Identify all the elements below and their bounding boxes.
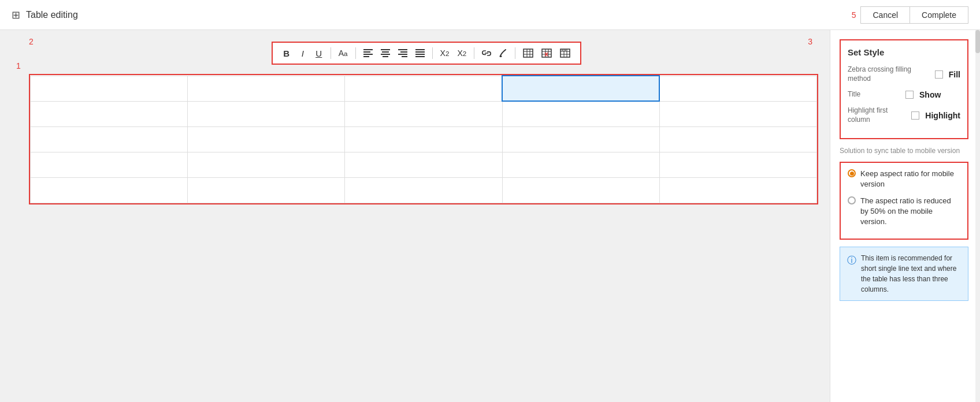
svg-rect-3 [363, 56, 369, 57]
table-cell[interactable] [31, 101, 188, 126]
right-sidebar: Set Style Zebra crossing filling method … [830, 30, 980, 402]
link-button[interactable] [479, 46, 494, 60]
mobile-section: 4 Keep aspect ratio for mobile version T… [840, 162, 968, 240]
table-row [31, 177, 817, 203]
svg-point-36 [565, 50, 566, 51]
align-center-button[interactable] [378, 46, 393, 60]
svg-rect-5 [382, 51, 389, 53]
title-label: Title [848, 90, 900, 99]
radio-reduce-aspect[interactable] [848, 196, 856, 204]
badge-1: 1 [16, 61, 21, 70]
table-cell[interactable] [188, 76, 345, 101]
table-cell[interactable] [31, 152, 188, 177]
radio-option-1: Keep aspect ratio for mobile version [848, 169, 960, 189]
align-justify-icon [415, 49, 425, 57]
table-cell[interactable] [188, 177, 345, 203]
table-cell[interactable] [188, 152, 345, 177]
table-cell[interactable] [345, 152, 502, 177]
complete-button[interactable]: Complete [910, 6, 968, 24]
svg-rect-9 [400, 51, 407, 53]
svg-rect-1 [363, 51, 370, 53]
radio-option-2: The aspect ratio is reduced by 50% on th… [848, 196, 960, 228]
title-row: Title Show [848, 90, 960, 99]
info-icon: ⓘ [847, 254, 856, 295]
table-cell[interactable] [345, 177, 502, 203]
table-delete-icon [541, 49, 552, 58]
svg-rect-7 [383, 56, 388, 57]
table-insert-button[interactable] [520, 46, 536, 60]
mobile-option1-label: Keep aspect ratio for mobile version [860, 169, 960, 189]
cancel-button[interactable]: Cancel [860, 6, 910, 24]
align-left-button[interactable] [361, 46, 376, 60]
edit-table[interactable] [30, 75, 817, 203]
table-cell[interactable] [345, 76, 502, 101]
svg-rect-2 [363, 54, 373, 55]
badge-5: 5 [852, 10, 856, 20]
table-row [31, 152, 817, 177]
table-cell[interactable] [659, 76, 816, 101]
subscript-button[interactable]: X2 [437, 46, 452, 60]
underline-button[interactable]: U [312, 46, 326, 60]
info-text: This item is recommended for short singl… [861, 253, 961, 295]
set-style-section: Set Style Zebra crossing filling method … [840, 39, 968, 139]
header-left: ⊞ Table editing [12, 9, 78, 21]
svg-point-17 [500, 55, 502, 57]
main-layout: 2 3 B I U Aa [0, 30, 980, 402]
table-container [29, 74, 818, 204]
svg-rect-13 [415, 51, 425, 53]
superscript-button[interactable]: X2 [454, 46, 469, 60]
sep2 [355, 47, 356, 59]
align-justify-button[interactable] [413, 46, 428, 60]
highlight-checkbox[interactable] [911, 111, 919, 120]
sep4 [474, 47, 474, 59]
table-cell[interactable] [502, 177, 659, 203]
table-cell[interactable] [188, 101, 345, 126]
title-checkbox[interactable] [905, 91, 914, 99]
table-cell[interactable] [659, 152, 816, 177]
table-cell-selected[interactable] [502, 76, 659, 101]
svg-rect-4 [381, 49, 390, 50]
zebra-checkbox[interactable] [935, 70, 943, 79]
svg-rect-12 [415, 49, 425, 50]
table-cell[interactable] [659, 177, 816, 203]
svg-rect-8 [398, 49, 407, 50]
table-cell[interactable] [659, 126, 816, 152]
svg-rect-23 [542, 49, 551, 57]
italic-button[interactable]: I [296, 46, 310, 60]
bold-button[interactable]: B [280, 46, 294, 60]
table-options-icon [560, 49, 570, 58]
table-cell[interactable] [502, 126, 659, 152]
table-delete-button[interactable] [539, 46, 555, 60]
sidebar-inner: Set Style Zebra crossing filling method … [830, 30, 980, 310]
table-cell[interactable] [502, 152, 659, 177]
table-cell[interactable] [31, 126, 188, 152]
table-cell[interactable] [345, 126, 502, 152]
table-cell[interactable] [502, 101, 659, 126]
table-cell[interactable] [659, 101, 816, 126]
table-options-button[interactable] [557, 46, 573, 60]
sep5 [515, 47, 515, 59]
scrollbar-thumb[interactable] [975, 30, 980, 53]
highlight-label: Highlight first column [848, 106, 905, 124]
align-right-button[interactable] [395, 46, 410, 60]
table-cell[interactable] [188, 126, 345, 152]
brush-button[interactable] [496, 46, 510, 60]
mobile-option2-label: The aspect ratio is reduced by 50% on th… [860, 196, 960, 228]
table-insert-icon [523, 49, 533, 58]
scrollbar-track[interactable] [975, 30, 980, 402]
table-wrapper: 1 [29, 74, 818, 204]
fontsize-button[interactable]: Aa [336, 46, 351, 60]
radio-keep-aspect[interactable] [848, 169, 856, 177]
table-cell[interactable] [31, 76, 188, 101]
svg-rect-15 [415, 56, 425, 57]
table-row [31, 126, 817, 152]
info-box: ⓘ This item is recommended for short sin… [840, 247, 968, 301]
table-row [31, 76, 817, 101]
table-cell[interactable] [31, 177, 188, 203]
formatting-toolbar: B I U Aa X2 [272, 42, 581, 65]
content-area: 2 3 B I U Aa [0, 30, 830, 402]
table-cell[interactable] [345, 101, 502, 126]
set-style-title: Set Style [848, 47, 960, 57]
highlight-value: Highlight [925, 111, 960, 120]
brush-icon [499, 49, 507, 57]
